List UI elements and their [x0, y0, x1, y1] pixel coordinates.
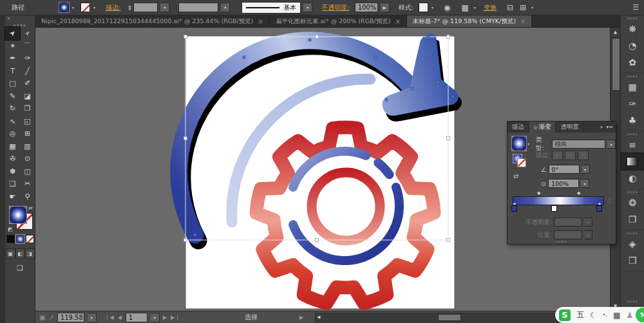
- stroke-weight-dropdown[interactable]: ▾: [160, 3, 169, 12]
- hand-tool[interactable]: ☛: [5, 190, 20, 203]
- gradient-type-dropdown[interactable]: ▾: [607, 140, 616, 149]
- tab-stroke-panel[interactable]: 描边: [507, 122, 529, 133]
- transform-panel-link[interactable]: 变换: [484, 3, 497, 12]
- gradient-stop-middle[interactable]: [551, 205, 557, 212]
- selection-handle[interactable]: [447, 239, 450, 242]
- draw-normal-button[interactable]: ▣: [6, 248, 15, 259]
- blend-tool[interactable]: ⊙: [20, 152, 35, 165]
- distribute-objects-icon[interactable]: ⊞: [520, 3, 526, 12]
- recolor-artwork-panel-icon[interactable]: ✿: [621, 54, 644, 71]
- opacity-dropdown[interactable]: ▶: [381, 3, 390, 12]
- tools-collapse-icon[interactable]: «: [5, 15, 35, 23]
- align-objects-icon[interactable]: ⊟: [507, 3, 513, 12]
- anchor-point[interactable]: [194, 234, 196, 236]
- dock-grip[interactable]: ▪▪▪▪: [621, 230, 644, 235]
- selection-handle[interactable]: [184, 137, 187, 140]
- panel-resize-grip[interactable]: ▪▪▪▪: [507, 239, 616, 243]
- anchor-point[interactable]: [243, 56, 245, 59]
- eyedropper-tool[interactable]: ✇: [5, 152, 20, 165]
- type-tool[interactable]: T: [5, 65, 20, 78]
- symbol-sprayer-tool[interactable]: ✽: [5, 165, 20, 178]
- gradient-button[interactable]: [16, 235, 24, 243]
- lasso-tool[interactable]: ⌒: [20, 40, 35, 53]
- screen-mode-button[interactable]: ❏: [5, 264, 35, 272]
- stroke-across-icon[interactable]: ⌐: [578, 151, 589, 160]
- anchor-point[interactable]: [374, 56, 377, 59]
- stroke-weight-input[interactable]: [133, 3, 158, 12]
- soft-keyboard-icon[interactable]: ▦: [613, 311, 620, 320]
- color-panel-icon[interactable]: ❋: [621, 21, 644, 37]
- recolor-artwork-icon[interactable]: ◉: [444, 3, 450, 12]
- gradient-thumbnail-chevron-icon[interactable]: ▾: [527, 142, 529, 146]
- artboards-panel-icon[interactable]: ❒: [621, 252, 644, 269]
- artboard-tool[interactable]: ❑: [5, 178, 20, 190]
- gradient-midpoints[interactable]: ◆ ◆: [513, 190, 603, 196]
- zoom-tool[interactable]: ⚲: [20, 190, 35, 203]
- punctuation-icon[interactable]: •,: [603, 312, 607, 318]
- color-button[interactable]: [6, 235, 15, 243]
- layers-panel-icon[interactable]: ◈: [621, 235, 644, 252]
- swatches-panel-icon[interactable]: ▦: [621, 78, 644, 95]
- gradient-type-select[interactable]: 径向: [552, 140, 606, 149]
- gradient-slider-bar[interactable]: [513, 196, 604, 205]
- anchor-point[interactable]: [308, 39, 311, 41]
- gradient-stop-right[interactable]: [596, 205, 602, 212]
- symbols-panel-icon[interactable]: ♣: [621, 112, 644, 129]
- previous-artboard-icon[interactable]: ◀: [118, 315, 122, 320]
- account-icon[interactable]: ♟: [626, 311, 633, 320]
- rotate-tool[interactable]: ↻: [5, 102, 20, 115]
- paintbrush-tool[interactable]: ✐: [20, 77, 35, 90]
- draw-inside-button[interactable]: ◨: [25, 248, 35, 259]
- selection-handle[interactable]: [184, 239, 187, 242]
- artboard-number-dropdown[interactable]: ▾: [151, 313, 160, 322]
- draw-behind-button[interactable]: ◧: [15, 248, 25, 259]
- shape-builder-tool[interactable]: ◎: [5, 127, 20, 140]
- mesh-tool[interactable]: ▦: [5, 140, 20, 153]
- panel-stroke-proxy[interactable]: [517, 158, 526, 167]
- panel-collapse-icon[interactable]: »: [600, 124, 603, 130]
- midpoint-diamond-icon[interactable]: ◆: [577, 190, 580, 196]
- align-chevron-icon[interactable]: ▾: [531, 5, 533, 10]
- style-swatch[interactable]: [419, 3, 428, 12]
- select-similar-icon[interactable]: ▩: [462, 3, 469, 12]
- selection-handle[interactable]: [184, 35, 187, 39]
- gradient-panel-icon-icon[interactable]: [621, 153, 644, 170]
- document-tab-1[interactable]: Nipic_20180988_20171229150344445000.ai* …: [35, 15, 270, 27]
- slice-tool[interactable]: ✂: [20, 178, 35, 190]
- dock-grip[interactable]: ▪▪▪▪: [621, 73, 644, 78]
- reverse-gradient-icon[interactable]: ⇄: [513, 172, 518, 180]
- document-tab-2[interactable]: 扁平化图标元素.ai* @ 200% (RGB/预览)×: [270, 15, 407, 27]
- pencil-tool[interactable]: ✎: [5, 90, 20, 103]
- fill-proxy[interactable]: [9, 206, 27, 224]
- anchor-point[interactable]: [427, 36, 430, 39]
- tab-close-icon[interactable]: ×: [395, 18, 400, 25]
- dock-grip[interactable]: ▪▪▪▪: [621, 189, 644, 194]
- appearance-panel-icon[interactable]: ❂: [621, 194, 644, 211]
- perspective-grid-tool[interactable]: ⊞: [20, 127, 35, 140]
- aspect-ratio-dropdown[interactable]: ▾: [581, 179, 589, 188]
- midpoint-diamond-icon[interactable]: ◆: [537, 190, 540, 196]
- anchor-point[interactable]: [451, 95, 454, 98]
- control-panel-menu-icon[interactable]: ☰: [632, 3, 639, 12]
- dock-grip[interactable]: ▪▪▪▪: [621, 15, 644, 21]
- free-transform-tool[interactable]: ◱: [20, 115, 35, 128]
- selection-handle[interactable]: [316, 239, 319, 242]
- opacity-panel-link[interactable]: 不透明度:: [321, 3, 349, 12]
- artboard-number-input[interactable]: 1: [126, 313, 147, 322]
- brush-definition-select[interactable]: 基本: [242, 2, 301, 14]
- document-tab-3[interactable]: 未标题-7* @ 119.58% (CMYK/预览)×: [407, 15, 532, 27]
- selection-handle[interactable]: [447, 137, 450, 140]
- direct-selection-tool[interactable]: ➢: [20, 27, 35, 40]
- first-artboard-icon[interactable]: ❘◀: [105, 315, 115, 320]
- tab-close-icon[interactable]: ×: [258, 18, 263, 25]
- delete-stop-icon[interactable]: ▯: [608, 197, 612, 204]
- style-chevron-icon[interactable]: ▾: [431, 5, 433, 10]
- zoom-level-dropdown[interactable]: ▾: [88, 313, 97, 322]
- gradient-stop-left[interactable]: [511, 205, 517, 212]
- scroll-left-icon[interactable]: ◀: [317, 313, 320, 321]
- transparency-panel-icon[interactable]: ◐: [621, 170, 644, 187]
- panel-fill-stroke-proxy[interactable]: [513, 154, 526, 167]
- magic-wand-tool[interactable]: ✶: [5, 40, 20, 53]
- tab-close-icon[interactable]: ×: [520, 18, 526, 25]
- graphic-styles-panel-icon[interactable]: ❐: [621, 211, 644, 228]
